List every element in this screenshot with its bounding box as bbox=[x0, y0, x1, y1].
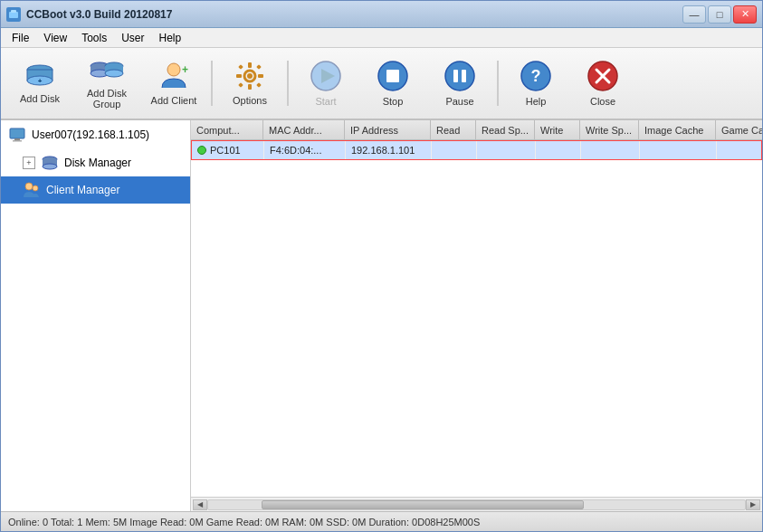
menu-tools[interactable]: Tools bbox=[74, 30, 114, 46]
th-readsp[interactable]: Read Sp... bbox=[476, 120, 535, 139]
sidebar-item-disk-manager[interactable]: + Disk Manager bbox=[1, 149, 190, 176]
app-icon bbox=[6, 7, 21, 22]
th-read[interactable]: Read bbox=[431, 120, 476, 139]
stop-button[interactable]: Stop bbox=[361, 52, 424, 114]
td-write bbox=[536, 141, 581, 159]
svg-rect-38 bbox=[13, 140, 22, 142]
svg-rect-16 bbox=[248, 62, 252, 68]
td-readsp bbox=[477, 141, 536, 159]
client-manager-icon bbox=[23, 181, 41, 199]
status-text: Online: 0 Total: 1 Mem: 5M Image Read: 0… bbox=[8, 517, 480, 527]
scroll-left-button[interactable]: ◀ bbox=[193, 499, 207, 510]
main-content: User007(192.168.1.105) + Disk Manager bbox=[1, 120, 762, 511]
toolbar: + Add Disk Add Disk Group + Add Cli bbox=[1, 48, 762, 120]
svg-rect-22 bbox=[238, 82, 243, 88]
svg-rect-1 bbox=[11, 10, 16, 13]
svg-point-42 bbox=[25, 183, 33, 190]
th-write[interactable]: Write bbox=[535, 120, 580, 139]
menu-user[interactable]: User bbox=[114, 30, 151, 46]
sidebar: User007(192.168.1.105) + Disk Manager bbox=[1, 120, 191, 511]
svg-rect-36 bbox=[10, 128, 24, 138]
td-mac: F4:6D:04:... bbox=[264, 141, 346, 159]
options-label: Options bbox=[233, 95, 267, 106]
svg-point-28 bbox=[445, 62, 474, 90]
add-disk-label: Add Disk bbox=[20, 93, 60, 104]
svg-point-41 bbox=[43, 164, 57, 169]
svg-text:?: ? bbox=[531, 67, 541, 85]
svg-rect-20 bbox=[238, 64, 243, 70]
horizontal-scrollbar[interactable]: ◀ ▶ bbox=[191, 497, 762, 511]
pause-button[interactable]: Pause bbox=[428, 52, 491, 114]
td-read bbox=[432, 141, 477, 159]
svg-rect-29 bbox=[453, 70, 458, 82]
th-writesp[interactable]: Write Sp... bbox=[580, 120, 639, 139]
add-disk-group-label: Add Disk Group bbox=[79, 88, 135, 109]
computer-icon bbox=[8, 126, 26, 144]
svg-rect-17 bbox=[248, 84, 252, 90]
table-body: PC101 F4:6D:04:... 192.168.1.101 bbox=[191, 140, 762, 497]
add-disk-button[interactable]: + Add Disk bbox=[8, 52, 72, 114]
svg-rect-23 bbox=[256, 82, 262, 88]
options-button[interactable]: Options bbox=[218, 52, 281, 114]
sidebar-item-client-manager[interactable]: Client Manager bbox=[1, 176, 190, 204]
svg-text:+: + bbox=[38, 77, 43, 85]
sidebar-item-user[interactable]: User007(192.168.1.105) bbox=[1, 120, 190, 149]
toolbar-close-button[interactable]: Close bbox=[571, 52, 634, 114]
add-client-label: Add Client bbox=[151, 95, 197, 106]
td-writesp bbox=[581, 141, 640, 159]
pause-label: Pause bbox=[445, 96, 473, 107]
sidebar-disk-manager-label: Disk Manager bbox=[64, 157, 131, 169]
th-computer[interactable]: Comput... bbox=[191, 120, 263, 139]
menu-file[interactable]: File bbox=[5, 30, 36, 46]
th-imgcache[interactable]: Image Cache bbox=[639, 120, 716, 139]
th-mac[interactable]: MAC Addr... bbox=[263, 120, 345, 139]
help-button[interactable]: ? Help bbox=[504, 52, 567, 114]
title-bar-left: CCBoot v3.0 Build 20120817 bbox=[6, 7, 172, 22]
th-gamecache[interactable]: Game Cache bbox=[716, 120, 762, 139]
table-row[interactable]: PC101 F4:6D:04:... 192.168.1.101 bbox=[191, 140, 762, 160]
disk-manager-expander[interactable]: + bbox=[23, 157, 35, 169]
main-window: CCBoot v3.0 Build 20120817 — □ ✕ File Vi… bbox=[0, 0, 763, 532]
menu-bar: File View Tools User Help bbox=[1, 28, 762, 48]
table-area: Comput... MAC Addr... IP Address Read Re… bbox=[191, 120, 762, 511]
svg-text:+: + bbox=[182, 63, 188, 76]
scroll-right-button[interactable]: ▶ bbox=[746, 499, 760, 510]
add-client-button[interactable]: + Add Client bbox=[142, 52, 205, 114]
svg-rect-18 bbox=[236, 74, 242, 78]
close-window-button[interactable]: ✕ bbox=[733, 5, 757, 24]
window-controls: — □ ✕ bbox=[682, 5, 757, 24]
sidebar-client-manager-label: Client Manager bbox=[46, 184, 119, 196]
window-title: CCBoot v3.0 Build 20120817 bbox=[26, 8, 172, 21]
stop-label: Stop bbox=[383, 96, 404, 107]
svg-point-12 bbox=[167, 63, 180, 76]
sidebar-user-label: User007(192.168.1.105) bbox=[32, 128, 149, 141]
scroll-track[interactable] bbox=[207, 499, 746, 510]
toolbar-sep-2 bbox=[287, 61, 289, 106]
maximize-button[interactable]: □ bbox=[708, 5, 731, 24]
start-button[interactable]: Start bbox=[294, 52, 358, 114]
toolbar-close-label: Close bbox=[590, 96, 615, 107]
title-bar: CCBoot v3.0 Build 20120817 — □ ✕ bbox=[1, 1, 762, 28]
start-label: Start bbox=[315, 96, 336, 107]
status-indicator bbox=[197, 146, 206, 155]
minimize-button[interactable]: — bbox=[682, 5, 706, 24]
toolbar-sep-3 bbox=[497, 61, 499, 106]
svg-point-11 bbox=[105, 70, 123, 77]
svg-rect-27 bbox=[386, 70, 399, 82]
menu-help[interactable]: Help bbox=[152, 30, 189, 46]
status-bar: Online: 0 Total: 1 Mem: 5M Image Read: 0… bbox=[1, 511, 762, 531]
td-gamecache bbox=[717, 141, 762, 159]
disk-icon bbox=[41, 154, 59, 172]
td-ip: 192.168.1.101 bbox=[346, 141, 432, 159]
menu-view[interactable]: View bbox=[36, 30, 74, 46]
help-label: Help bbox=[526, 96, 547, 107]
table-header: Comput... MAC Addr... IP Address Read Re… bbox=[191, 120, 762, 140]
th-ip[interactable]: IP Address bbox=[345, 120, 431, 139]
td-imgcache bbox=[640, 141, 717, 159]
scroll-thumb[interactable] bbox=[262, 500, 584, 509]
td-computer: PC101 bbox=[192, 141, 264, 159]
add-disk-group-button[interactable]: Add Disk Group bbox=[75, 52, 138, 114]
svg-rect-30 bbox=[462, 70, 466, 82]
svg-rect-0 bbox=[9, 12, 18, 18]
svg-point-15 bbox=[247, 73, 253, 79]
